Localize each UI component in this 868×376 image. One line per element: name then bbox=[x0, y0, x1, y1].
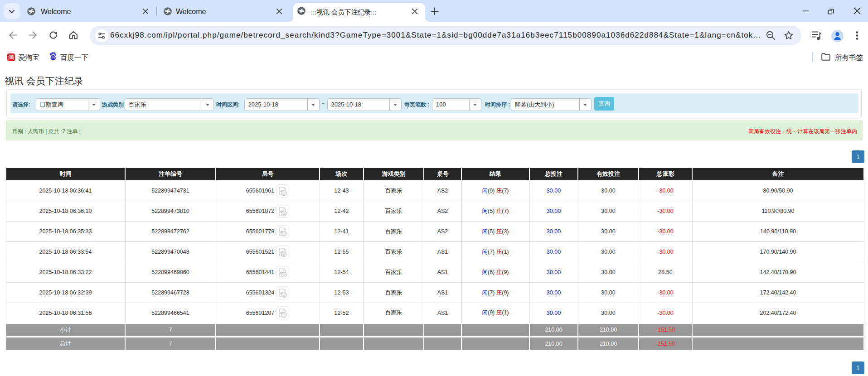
svg-text:du: du bbox=[52, 56, 55, 59]
